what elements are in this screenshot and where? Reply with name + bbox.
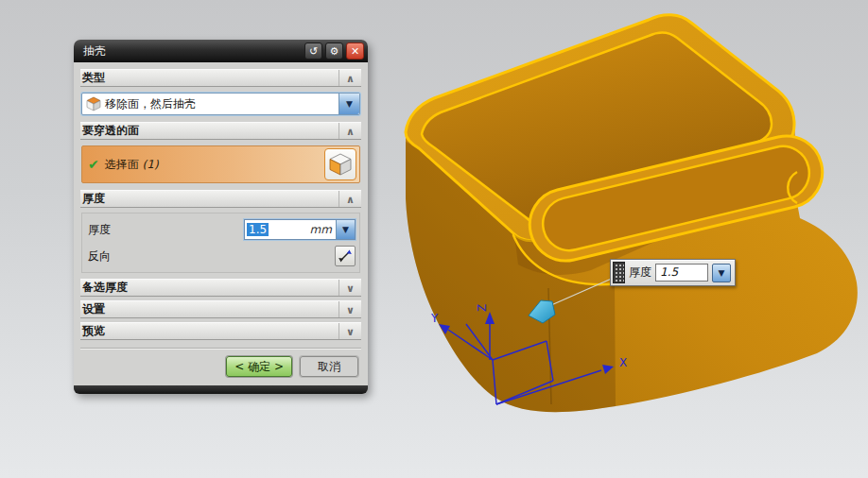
gear-icon: ⚙ (330, 45, 339, 58)
cancel-button[interactable]: 取消 (300, 356, 358, 377)
selection-count: (1) (143, 158, 159, 171)
section-header-alt-thickness[interactable]: 备选厚度 ∨ (80, 279, 361, 297)
thickness-unit-dropdown-button[interactable]: ▼ (336, 220, 355, 239)
reverse-direction-button[interactable] (335, 246, 356, 266)
chevron-down-icon[interactable]: ∨ (339, 323, 361, 339)
section-label: 要穿透的面 (80, 123, 339, 139)
section-header-type[interactable]: 类型 ∧ (80, 69, 361, 87)
drag-handle[interactable] (613, 262, 625, 283)
reverse-direction-icon (338, 248, 353, 264)
onscreen-thickness-dropdown-button[interactable]: ▼ (712, 264, 731, 282)
section-header-faces[interactable]: 要穿透的面 ∧ (80, 122, 361, 140)
close-icon: ✕ (351, 45, 359, 58)
thickness-value[interactable]: 1.5 (247, 223, 269, 236)
section-header-settings[interactable]: 设置 ∨ (80, 300, 361, 318)
thickness-unit: mm (310, 223, 336, 236)
section-label: 备选厚度 (80, 280, 339, 296)
face-cube-icon (328, 152, 353, 177)
chevron-up-icon[interactable]: ∧ (339, 123, 361, 139)
onscreen-thickness-input[interactable]: 1.5 (655, 264, 708, 282)
reverse-label: 反向 (86, 248, 335, 265)
axis-label-y: Y (430, 312, 439, 325)
thickness-input[interactable]: 1.5 mm ▼ (244, 219, 356, 240)
chevron-down-icon: ▼ (346, 99, 353, 109)
section-label: 类型 (80, 70, 339, 86)
onscreen-input-bar[interactable]: 厚度 1.5 ▼ (610, 259, 736, 286)
dialog-body: 类型 ∧ 移除面，然后抽壳 ▼ 要穿透的面 ∧ ✔ 选择面 (1) (74, 62, 368, 384)
section-label: 厚度 (80, 191, 339, 207)
axis-label-x: X (619, 356, 627, 369)
dialog-resize-bar[interactable] (74, 385, 368, 394)
chevron-down-icon: ▼ (719, 268, 725, 278)
dialog-options-button[interactable]: ⚙ (325, 43, 343, 60)
chevron-up-icon[interactable]: ∧ (339, 70, 361, 86)
check-icon: ✔ (88, 157, 99, 172)
select-face-row[interactable]: ✔ 选择面 (1) (81, 145, 360, 183)
chevron-down-icon[interactable]: ∨ (339, 301, 361, 317)
model-3d[interactable] (406, 15, 858, 413)
section-header-thickness[interactable]: 厚度 ∧ (80, 190, 361, 208)
reset-icon: ↺ (309, 45, 318, 58)
thickness-group: 厚度 1.5 mm ▼ 反向 (81, 213, 360, 273)
shell-type-icon (86, 96, 101, 111)
section-label: 预览 (80, 323, 339, 339)
dialog-titlebar[interactable]: 抽壳 ↺ ⚙ ✕ (74, 40, 368, 62)
close-button[interactable]: ✕ (346, 43, 364, 60)
dialog-title: 抽壳 (83, 43, 302, 60)
chevron-down-icon: ▼ (342, 225, 349, 234)
select-face-button[interactable] (324, 148, 356, 180)
shell-type-dropdown-button[interactable]: ▼ (339, 94, 359, 114)
chevron-down-icon[interactable]: ∨ (339, 280, 361, 296)
axis-label-z: Z (476, 304, 489, 312)
ok-button[interactable]: < 确定 > (226, 356, 292, 377)
shell-type-dropdown[interactable]: 移除面，然后抽壳 ▼ (81, 93, 360, 115)
section-label: 设置 (80, 301, 339, 317)
section-header-preview[interactable]: 预览 ∨ (80, 322, 361, 340)
chevron-up-icon[interactable]: ∧ (339, 191, 361, 207)
application-window: { "dialog": { "title": "抽壳", "type_secti… (0, 0, 868, 478)
onscreen-thickness-label: 厚度 (629, 265, 651, 281)
select-face-label: 选择面 (1) (105, 157, 324, 173)
shell-type-value: 移除面，然后抽壳 (101, 96, 339, 112)
shell-dialog: 抽壳 ↺ ⚙ ✕ 类型 ∧ 移除面，然后抽壳 ▼ 要穿透的面 ∧ (74, 40, 368, 394)
reset-button[interactable]: ↺ (304, 43, 322, 60)
thickness-label: 厚度 (86, 222, 244, 238)
